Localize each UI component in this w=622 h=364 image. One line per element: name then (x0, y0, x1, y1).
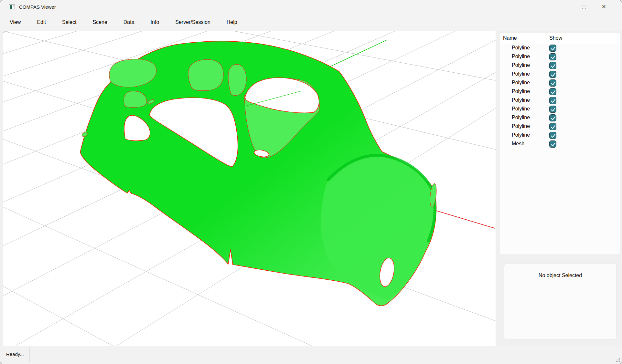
column-header-name[interactable]: Name (503, 35, 517, 41)
tree-row[interactable]: Polyline (500, 53, 620, 61)
status-bar: Ready... (0, 346, 622, 364)
check-icon (550, 115, 557, 122)
tree-row[interactable]: Polyline (500, 44, 620, 53)
check-icon (550, 80, 557, 87)
visibility-checkbox[interactable] (549, 71, 556, 78)
visibility-checkbox[interactable] (549, 62, 556, 69)
right-sidebar: Name Show PolylinePolylinePolylinePolyli… (496, 31, 622, 346)
visibility-checkbox[interactable] (549, 106, 556, 113)
close-button[interactable]: ✕ (594, 0, 614, 13)
app-window: COMPAS Viewer ✕ ViewEditSelectSceneDataI… (0, 0, 622, 364)
resize-grip[interactable] (615, 357, 621, 363)
car-mesh[interactable] (80, 41, 437, 306)
tree-row[interactable]: Polyline (500, 61, 620, 70)
visibility-checkbox[interactable] (549, 97, 556, 104)
minimize-button[interactable] (554, 0, 574, 13)
object-name: Polyline (512, 62, 530, 68)
object-name: Polyline (512, 71, 530, 77)
object-name: Polyline (512, 88, 530, 94)
scene-tree-panel: Name Show PolylinePolylinePolylinePolyli… (500, 33, 620, 255)
object-name: Mesh (512, 141, 524, 147)
no-selection-label: No object Selected (504, 273, 616, 278)
menu-item-data[interactable]: Data (123, 19, 134, 25)
menu-bar: ViewEditSelectSceneDataInfoServer/Sessio… (0, 13, 622, 31)
tree-rows: PolylinePolylinePolylinePolylinePolyline… (500, 44, 620, 149)
status-separator (29, 347, 30, 362)
tree-row[interactable]: Mesh (500, 140, 620, 149)
tree-row[interactable]: Polyline (500, 70, 620, 79)
maximize-button[interactable] (574, 0, 594, 13)
check-icon (550, 97, 557, 104)
check-icon (550, 54, 557, 61)
object-name: Polyline (512, 132, 530, 138)
visibility-checkbox[interactable] (549, 123, 556, 130)
minimize-icon (562, 7, 566, 7)
tree-row[interactable]: Polyline (500, 88, 620, 96)
visibility-checkbox[interactable] (549, 140, 556, 148)
check-icon (550, 141, 557, 148)
object-name: Polyline (512, 97, 530, 103)
title-bar: COMPAS Viewer ✕ (0, 0, 622, 13)
check-icon (550, 106, 557, 113)
object-name: Polyline (512, 106, 530, 112)
object-name: Polyline (512, 80, 530, 86)
column-header-show[interactable]: Show (549, 35, 562, 41)
tree-row[interactable]: Polyline (500, 131, 620, 140)
tree-row[interactable]: Polyline (500, 96, 620, 105)
window-title: COMPAS Viewer (19, 4, 56, 10)
visibility-checkbox[interactable] (549, 88, 556, 95)
content-area: Name Show PolylinePolylinePolylinePolyli… (0, 31, 622, 346)
check-icon (550, 123, 557, 130)
check-icon (550, 88, 557, 96)
visibility-checkbox[interactable] (549, 53, 556, 60)
object-name: Polyline (512, 54, 530, 59)
object-name: Polyline (512, 115, 530, 120)
tree-header: Name Show (500, 33, 620, 44)
menu-item-help[interactable]: Help (227, 19, 237, 25)
app-icon (9, 4, 15, 9)
check-icon (550, 71, 557, 78)
tree-row[interactable]: Polyline (500, 105, 620, 114)
visibility-checkbox[interactable] (549, 45, 556, 52)
close-icon: ✕ (602, 4, 606, 9)
menu-item-server-session[interactable]: Server/Session (175, 19, 210, 25)
menu-item-select[interactable]: Select (62, 19, 76, 25)
check-icon (550, 62, 557, 69)
tree-row[interactable]: Polyline (500, 114, 620, 122)
window-controls: ✕ (554, 0, 614, 13)
tree-row[interactable]: Polyline (500, 122, 620, 131)
menu-item-edit[interactable]: Edit (37, 19, 46, 25)
check-icon (550, 132, 557, 139)
maximize-icon (582, 5, 586, 9)
check-icon (550, 45, 557, 52)
object-name: Polyline (512, 45, 530, 51)
object-detail-panel: No object Selected (504, 263, 617, 339)
visibility-checkbox[interactable] (549, 79, 556, 87)
roof-opening-center[interactable] (188, 59, 223, 91)
menu-item-view[interactable]: View (10, 19, 21, 25)
visibility-checkbox[interactable] (549, 132, 556, 139)
object-name: Polyline (512, 123, 530, 129)
viewport-3d[interactable] (3, 31, 496, 346)
status-text: Ready... (6, 351, 24, 357)
menu-item-info[interactable]: Info (151, 19, 159, 25)
tree-row[interactable]: Polyline (500, 79, 620, 88)
menu-item-scene[interactable]: Scene (92, 19, 107, 25)
visibility-checkbox[interactable] (549, 114, 556, 121)
